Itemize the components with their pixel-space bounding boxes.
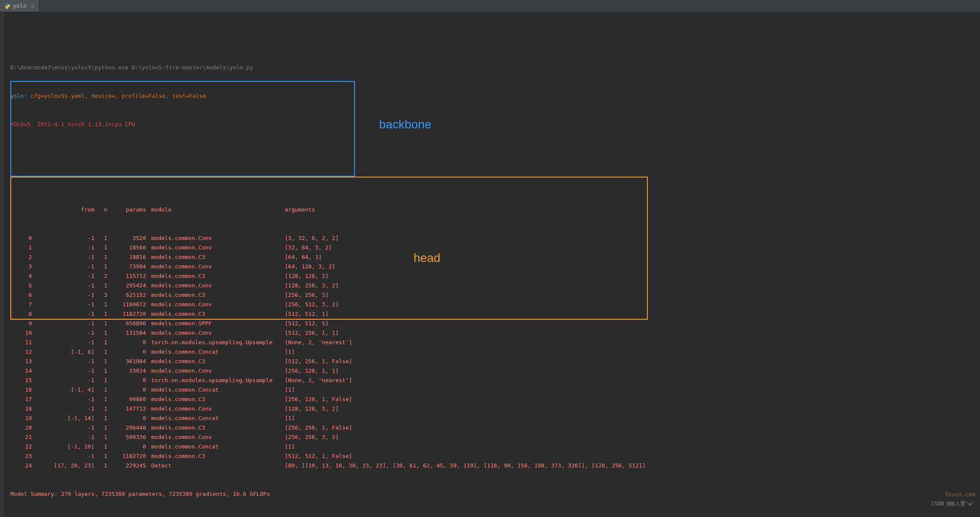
cell-idx: 3 bbox=[10, 262, 32, 271]
cell-args: [64, 128, 3, 2] bbox=[280, 262, 335, 271]
table-row: 1-1118560models.common.Conv[32, 64, 3, 2… bbox=[10, 243, 975, 252]
cell-n: 1 bbox=[94, 243, 107, 252]
cell-idx: 18 bbox=[10, 404, 32, 414]
cell-args: [32, 64, 3, 2] bbox=[280, 243, 332, 252]
cell-from: -1 bbox=[32, 252, 94, 262]
table-row: 16[-1, 4]10models.common.Concat[1] bbox=[10, 385, 975, 395]
cell-params: 295424 bbox=[107, 281, 146, 290]
cell-idx: 19 bbox=[10, 414, 32, 423]
cell-module: models.common.C3 bbox=[146, 309, 280, 319]
cell-idx: 11 bbox=[10, 338, 32, 347]
cell-n: 1 bbox=[94, 395, 107, 404]
cell-n: 1 bbox=[94, 234, 107, 243]
cell-n: 1 bbox=[94, 357, 107, 366]
cell-module: models.common.Conv bbox=[146, 262, 280, 271]
cell-module: models.common.C3 bbox=[146, 252, 280, 262]
cell-idx: 7 bbox=[10, 300, 32, 309]
cell-idx: 22 bbox=[10, 442, 32, 452]
cell-from: -1 bbox=[32, 357, 94, 366]
backbone-label: backbone bbox=[379, 120, 431, 129]
col-from: from bbox=[32, 205, 94, 215]
tab-bar: yolo × bbox=[0, 0, 980, 12]
cell-module: models.common.Conv bbox=[146, 433, 280, 442]
console-output: D:\Anaconda3\envs\yolov5\python.exe D:\y… bbox=[0, 12, 980, 517]
cell-args: [1] bbox=[280, 347, 295, 357]
table-row: 4-12115712models.common.C3[128, 128, 2] bbox=[10, 271, 975, 281]
cell-module: models.common.C3 bbox=[146, 290, 280, 300]
cell-params: 0 bbox=[107, 414, 146, 423]
cell-idx: 1 bbox=[10, 243, 32, 252]
cell-module: models.common.Conv bbox=[146, 328, 280, 338]
cell-n: 1 bbox=[94, 423, 107, 433]
cell-from: -1 bbox=[32, 452, 94, 461]
cell-module: models.common.C3 bbox=[146, 452, 280, 461]
table-row: 10-11131584models.common.Conv[512, 256, … bbox=[10, 328, 975, 338]
cell-from: -1 bbox=[32, 309, 94, 319]
cell-args: [128, 128, 2] bbox=[280, 271, 329, 281]
cell-args: [512, 512, 1] bbox=[280, 309, 329, 319]
cell-args: [512, 512, 5] bbox=[280, 319, 329, 328]
cell-module: models.common.C3 bbox=[146, 395, 280, 404]
cell-n: 1 bbox=[94, 414, 107, 423]
cell-module: models.common.Conv bbox=[146, 366, 280, 376]
cell-params: 0 bbox=[107, 442, 146, 452]
cell-idx: 2 bbox=[10, 252, 32, 262]
cell-args: [None, 2, 'nearest'] bbox=[280, 376, 352, 385]
table-row: 14-1133024models.common.Conv[256, 128, 1… bbox=[10, 366, 975, 376]
model-layers-table: 0-113520models.common.Conv[3, 32, 6, 2, … bbox=[10, 234, 975, 470]
cell-args: [64, 64, 1] bbox=[280, 252, 322, 262]
cell-params: 131584 bbox=[107, 328, 146, 338]
cell-params: 18816 bbox=[107, 252, 146, 262]
cell-params: 0 bbox=[107, 347, 146, 357]
cell-from: -1 bbox=[32, 290, 94, 300]
cell-params: 296448 bbox=[107, 423, 146, 433]
cell-args: [128, 256, 3, 2] bbox=[280, 281, 339, 290]
table-row: 23-111182720models.common.C3[512, 512, 1… bbox=[10, 452, 975, 461]
cell-params: 229245 bbox=[107, 461, 146, 470]
tab-yolo[interactable]: yolo × bbox=[0, 0, 39, 12]
cell-n: 1 bbox=[94, 452, 107, 461]
cell-module: models.common.Conv bbox=[146, 243, 280, 252]
cell-idx: 9 bbox=[10, 319, 32, 328]
close-icon[interactable]: × bbox=[31, 3, 34, 9]
cell-idx: 14 bbox=[10, 366, 32, 376]
cell-module: Detect bbox=[146, 461, 280, 470]
cell-module: models.common.C3 bbox=[146, 423, 280, 433]
cell-args: [256, 128, 1, False] bbox=[280, 395, 352, 404]
cell-params: 656896 bbox=[107, 319, 146, 328]
cell-module: torch.nn.modules.upsampling.Upsample bbox=[146, 338, 280, 347]
head-label: head bbox=[414, 253, 440, 263]
cell-module: models.common.Conv bbox=[146, 234, 280, 243]
cell-module: torch.nn.modules.upsampling.Upsample bbox=[146, 376, 280, 385]
cell-idx: 21 bbox=[10, 433, 32, 442]
cell-params: 590336 bbox=[107, 433, 146, 442]
col-params: params bbox=[107, 205, 146, 215]
cell-params: 73984 bbox=[107, 262, 146, 271]
cell-from: -1 bbox=[32, 271, 94, 281]
table-row: 13-11361984models.common.C3[512, 256, 1,… bbox=[10, 357, 975, 366]
cell-from: -1 bbox=[32, 319, 94, 328]
table-row: 8-111182720models.common.C3[512, 512, 1] bbox=[10, 309, 975, 319]
table-row: 6-13625152models.common.C3[256, 256, 3] bbox=[10, 290, 975, 300]
cell-idx: 15 bbox=[10, 376, 32, 385]
cell-from: -1 bbox=[32, 281, 94, 290]
cell-module: models.common.C3 bbox=[146, 271, 280, 281]
cell-from: -1 bbox=[32, 366, 94, 376]
cell-params: 90880 bbox=[107, 395, 146, 404]
cell-from: [-1, 6] bbox=[32, 347, 94, 357]
table-header: from n params module arguments bbox=[10, 205, 975, 215]
cell-n: 1 bbox=[94, 404, 107, 414]
cell-params: 625152 bbox=[107, 290, 146, 300]
cell-idx: 16 bbox=[10, 385, 32, 395]
cell-idx: 23 bbox=[10, 452, 32, 461]
cell-args: [1] bbox=[280, 414, 295, 423]
cell-args: [512, 512, 1, False] bbox=[280, 452, 352, 461]
cell-idx: 5 bbox=[10, 281, 32, 290]
table-row: 18-11147712models.common.Conv[128, 128, … bbox=[10, 404, 975, 414]
cell-n: 1 bbox=[94, 461, 107, 470]
table-row: 3-1173984models.common.Conv[64, 128, 3, … bbox=[10, 262, 975, 271]
cell-n: 1 bbox=[94, 300, 107, 309]
cell-module: models.common.Conv bbox=[146, 300, 280, 309]
version-line: YOLOv5 2022-4-1 torch 1.13.1+cpu CPU bbox=[10, 120, 975, 129]
cell-n: 1 bbox=[94, 366, 107, 376]
